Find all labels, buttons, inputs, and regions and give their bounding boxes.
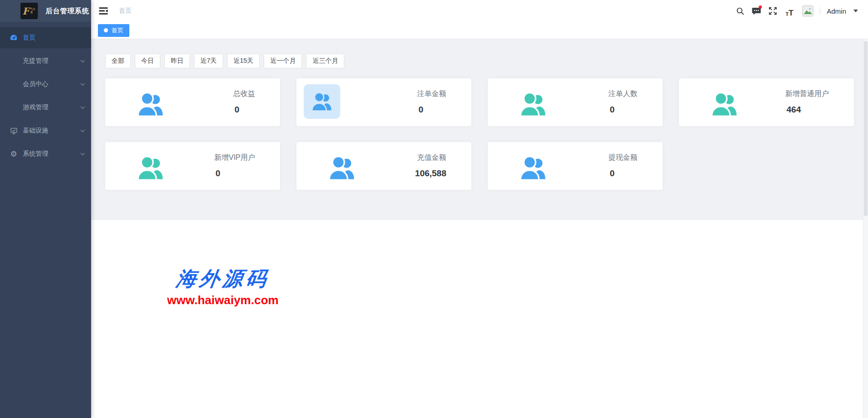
stat-card-recharge-amount: 充值金额106,588 xyxy=(296,142,471,190)
scrollbar-thumb[interactable] xyxy=(864,41,868,216)
sidebar-item-home[interactable]: 首页 xyxy=(0,27,91,48)
sidebar-item-label: 充提管理 xyxy=(23,57,48,65)
stat-value: 0 xyxy=(214,168,255,178)
filter-today-button[interactable]: 今日 xyxy=(135,54,160,68)
fullscreen-icon[interactable] xyxy=(768,5,778,17)
sidebar-menu: 首页 充提管理 会员中心 游戏管理 基础设施 ⚙ 系统管理 xyxy=(0,22,91,164)
chevron-down-icon xyxy=(80,106,85,109)
stat-value: 0 xyxy=(417,105,446,115)
chevron-down-icon xyxy=(80,83,85,86)
filter-1month-button[interactable]: 近一个月 xyxy=(264,54,302,68)
sidebar-item-recharge-withdraw[interactable]: 充提管理 xyxy=(0,51,91,71)
users-icon xyxy=(304,84,340,119)
messages-icon[interactable] xyxy=(751,5,761,17)
sidebar-item-system-management[interactable]: ⚙ 系统管理 xyxy=(0,143,91,164)
avatar[interactable] xyxy=(802,5,813,16)
chevron-down-icon xyxy=(80,153,85,156)
sidebar-item-game-management[interactable]: 游戏管理 xyxy=(0,97,91,118)
users-icon xyxy=(707,87,742,121)
users-icon xyxy=(133,87,168,121)
watermark-url: www.haiwaiym.com xyxy=(167,293,279,307)
collapse-menu-icon[interactable] xyxy=(99,7,108,15)
stat-value: 0 xyxy=(608,105,638,115)
app-logo[interactable]: F 飞火通 后台管理系统 xyxy=(0,0,91,22)
date-filter-group: 全部 今日 昨日 近7天 近15天 近一个月 近三个月 xyxy=(105,39,854,68)
stat-value: 0 xyxy=(608,168,638,178)
sidebar-item-member-center[interactable]: 会员中心 xyxy=(0,74,91,95)
sidebar-item-infrastructure[interactable]: 基础设施 xyxy=(0,120,91,141)
filter-15days-button[interactable]: 近15天 xyxy=(227,54,260,68)
app-title: 后台管理系统 xyxy=(46,7,89,15)
stat-value: 464 xyxy=(785,105,829,115)
filter-all-button[interactable]: 全部 xyxy=(105,54,131,68)
sidebar-item-label: 首页 xyxy=(23,34,36,42)
filter-7days-button[interactable]: 近7天 xyxy=(194,54,223,68)
users-icon xyxy=(133,150,168,185)
search-icon[interactable] xyxy=(735,5,745,17)
tab-label: 首页 xyxy=(112,26,123,35)
chevron-down-icon xyxy=(80,60,85,63)
stat-value: 106,588 xyxy=(414,168,446,178)
navbar-actions: TT Admin xyxy=(735,0,858,22)
stat-label: 新增VIP用户 xyxy=(214,153,255,163)
stat-label: 注单人数 xyxy=(608,89,638,99)
stat-card-bet-users: 注单人数0 xyxy=(488,78,663,126)
filter-3months-button[interactable]: 近三个月 xyxy=(306,54,344,68)
filter-yesterday-button[interactable]: 昨日 xyxy=(164,54,190,68)
dashboard-icon xyxy=(9,34,18,42)
stat-card-withdraw-amount: 提现金额0 xyxy=(488,142,663,190)
stat-card-new-vip-users: 新增VIP用户0 xyxy=(105,142,280,190)
sidebar-item-label: 基础设施 xyxy=(23,127,48,135)
monitor-icon xyxy=(9,127,18,135)
stat-label: 注单金额 xyxy=(417,89,446,99)
stat-label: 提现金额 xyxy=(608,153,638,163)
users-icon xyxy=(516,150,551,185)
tab-home[interactable]: 首页 xyxy=(98,24,129,37)
users-icon xyxy=(325,150,359,185)
font-size-icon[interactable]: TT xyxy=(784,5,794,17)
active-dot-icon xyxy=(104,28,108,32)
stat-label: 充值金额 xyxy=(414,153,446,163)
stat-label: 新增普通用户 xyxy=(785,89,829,99)
content-scrollbar[interactable] xyxy=(863,39,868,418)
users-icon xyxy=(516,87,551,121)
chevron-down-icon xyxy=(80,129,85,133)
stat-card-new-normal-users: 新增普通用户464 xyxy=(679,78,854,126)
main-area: 首页 TT Admin 首页 xyxy=(91,0,868,418)
logo-letter: F xyxy=(22,6,29,16)
sidebar-item-label: 系统管理 xyxy=(23,150,48,158)
sidebar-item-label: 游戏管理 xyxy=(23,103,48,112)
gear-icon: ⚙ xyxy=(9,150,18,158)
divider xyxy=(820,7,820,15)
stat-label: 总收益 xyxy=(233,89,255,99)
notification-badge xyxy=(759,5,762,9)
stat-cards-grid: 总收益0 注单金额0 注单人数0 新增普通用户464 xyxy=(105,78,854,190)
watermark-brand: 海外源码 xyxy=(165,265,281,292)
logo-subtext: 飞火通 xyxy=(30,8,36,14)
watermark: 海外源码 www.haiwaiym.com xyxy=(167,265,279,307)
sidebar: F 飞火通 后台管理系统 首页 充提管理 会员中心 游戏管理 基础设施 xyxy=(0,0,91,418)
app-logo-icon: F 飞火通 xyxy=(20,3,38,19)
content-area: 全部 今日 昨日 近7天 近15天 近一个月 近三个月 总收益0 注单金额0 xyxy=(91,39,868,220)
page-body: 海外源码 www.haiwaiym.com xyxy=(91,220,868,418)
stat-value: 0 xyxy=(233,105,255,115)
breadcrumb[interactable]: 首页 xyxy=(119,7,132,15)
sidebar-item-label: 会员中心 xyxy=(23,80,48,88)
tag-bar: 首页 xyxy=(91,22,868,39)
user-menu[interactable]: Admin xyxy=(827,7,846,15)
stat-card-bet-amount: 注单金额0 xyxy=(296,78,471,126)
top-navbar: 首页 TT Admin xyxy=(91,0,868,22)
caret-down-icon[interactable] xyxy=(853,10,858,12)
stat-card-total-profit: 总收益0 xyxy=(105,78,280,126)
